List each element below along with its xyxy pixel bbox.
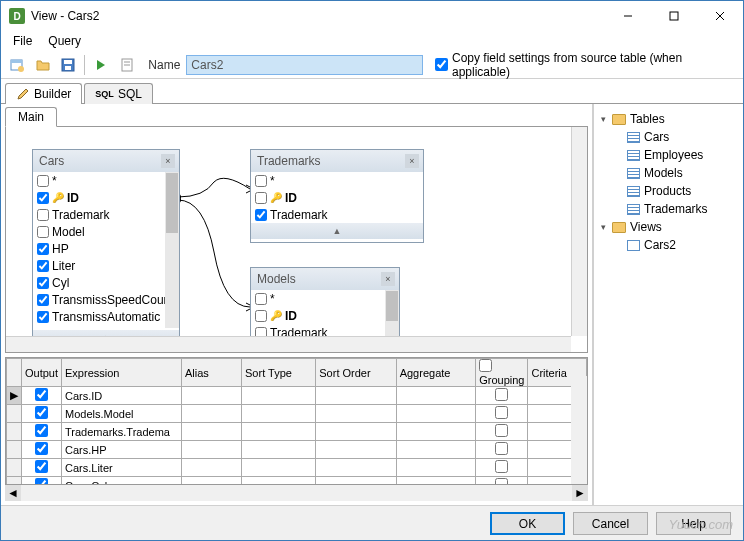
diagram-area[interactable]: Cars× *🔑IDTrademarkModelHPLiterCylTransm… [5,126,588,353]
table-row[interactable]: Cars.Liter [7,459,587,477]
grid-header[interactable]: Output [22,359,62,387]
scrollbar[interactable] [165,172,179,328]
copy-settings-check-input[interactable] [435,58,448,71]
field-row[interactable]: * [251,290,399,307]
grouping-cell-checkbox[interactable] [495,478,508,485]
field-row[interactable]: 🔑ID [251,189,423,206]
subtab-main[interactable]: Main [5,107,57,127]
row-header[interactable] [7,405,22,423]
field-checkbox[interactable] [37,277,49,289]
menu-query[interactable]: Query [40,32,89,50]
field-row[interactable]: 🔑ID [33,189,179,206]
row-header[interactable] [7,477,22,486]
scroll-left-icon[interactable]: ◄ [5,485,21,501]
field-row[interactable]: Trademark [33,206,179,223]
scroll-right-icon[interactable]: ► [572,485,588,501]
tree-item[interactable]: Employees [612,146,739,164]
field-checkbox[interactable] [37,294,49,306]
tree-tables[interactable]: ▾ Tables [598,110,739,128]
grid-header[interactable]: Sort Type [242,359,316,387]
field-checkbox[interactable] [255,175,267,187]
name-input[interactable] [186,55,423,75]
new-view-button[interactable] [5,53,29,77]
grid-vscroll[interactable] [571,376,587,484]
row-header[interactable]: ▶ [7,387,22,405]
field-checkbox[interactable] [37,192,49,204]
field-checkbox[interactable] [37,260,49,272]
tree-item[interactable]: Models [612,164,739,182]
copy-settings-checkbox[interactable]: Copy field settings from source table (w… [435,51,739,79]
table-row[interactable]: Models.Model [7,405,587,423]
expression-cell[interactable]: Models.Model [62,405,182,423]
close-icon[interactable]: × [381,272,395,286]
tree-item[interactable]: Products [612,182,739,200]
field-checkbox[interactable] [255,310,267,322]
tab-builder[interactable]: Builder [5,83,82,104]
output-checkbox[interactable] [35,460,48,473]
field-row[interactable]: Trademark [251,206,423,223]
field-row[interactable]: Liter [33,257,179,274]
field-row[interactable]: TransmissSpeedCoun [33,291,179,308]
save-button[interactable] [56,53,80,77]
field-row[interactable]: TransmissAutomatic [33,308,179,325]
chevron-down-icon[interactable]: ▾ [598,222,608,232]
tree-views[interactable]: ▾ Views [598,218,739,236]
grid-hscroll[interactable]: ◄ ► [5,485,588,501]
script-button[interactable] [115,53,139,77]
close-icon[interactable]: × [405,154,419,168]
close-button[interactable] [697,1,743,31]
diagram-table-trademarks[interactable]: Trademarks× *🔑IDTrademark ▲ [250,149,424,243]
tree-item[interactable]: Cars2 [612,236,739,254]
grouping-cell-checkbox[interactable] [495,388,508,401]
diagram-table-cars[interactable]: Cars× *🔑IDTrademarkModelHPLiterCylTransm… [32,149,180,345]
grid-header[interactable]: Alias [182,359,242,387]
field-checkbox[interactable] [37,175,49,187]
field-checkbox[interactable] [37,226,49,238]
expression-cell[interactable]: Cars.HP [62,441,182,459]
field-row[interactable]: * [251,172,423,189]
maximize-button[interactable] [651,1,697,31]
minimize-button[interactable] [605,1,651,31]
field-row[interactable]: Model [33,223,179,240]
grouping-cell-checkbox[interactable] [495,406,508,419]
chevron-down-icon[interactable]: ▾ [598,114,608,124]
help-button[interactable]: Help [656,512,731,535]
field-row[interactable]: Cyl [33,274,179,291]
expression-cell[interactable]: Cars.ID [62,387,182,405]
row-header[interactable] [7,423,22,441]
field-row[interactable]: 🔑ID [251,307,399,324]
field-row[interactable]: HP [33,240,179,257]
grouping-cell-checkbox[interactable] [495,424,508,437]
output-checkbox[interactable] [35,478,48,485]
field-checkbox[interactable] [37,243,49,255]
grouping-cell-checkbox[interactable] [495,460,508,473]
field-checkbox[interactable] [37,209,49,221]
open-button[interactable] [31,53,55,77]
table-row[interactable]: ▶ Cars.ID [7,387,587,405]
grouping-cell-checkbox[interactable] [495,442,508,455]
table-row[interactable]: Cars.HP [7,441,587,459]
run-button[interactable] [89,53,113,77]
tab-sql[interactable]: SQL SQL [84,83,153,104]
table-footer[interactable]: ▲ [251,223,423,239]
output-checkbox[interactable] [35,406,48,419]
grouping-checkbox[interactable] [479,359,492,372]
table-row[interactable]: Cars.Cyl [7,477,587,486]
field-checkbox[interactable] [255,192,267,204]
row-header[interactable] [7,441,22,459]
grid-header[interactable]: Aggregate [396,359,476,387]
row-header[interactable] [7,459,22,477]
ok-button[interactable]: OK [490,512,565,535]
field-row[interactable]: * [33,172,179,189]
expression-cell[interactable]: Cars.Liter [62,459,182,477]
tree-item[interactable]: Trademarks [612,200,739,218]
output-checkbox[interactable] [35,424,48,437]
output-checkbox[interactable] [35,388,48,401]
diagram-hscroll[interactable] [6,336,571,352]
expression-cell[interactable]: Cars.Cyl [62,477,182,486]
field-checkbox[interactable] [255,209,267,221]
scrollbar[interactable] [385,290,399,338]
field-checkbox[interactable] [255,293,267,305]
cancel-button[interactable]: Cancel [573,512,648,535]
tree-item[interactable]: Cars [612,128,739,146]
